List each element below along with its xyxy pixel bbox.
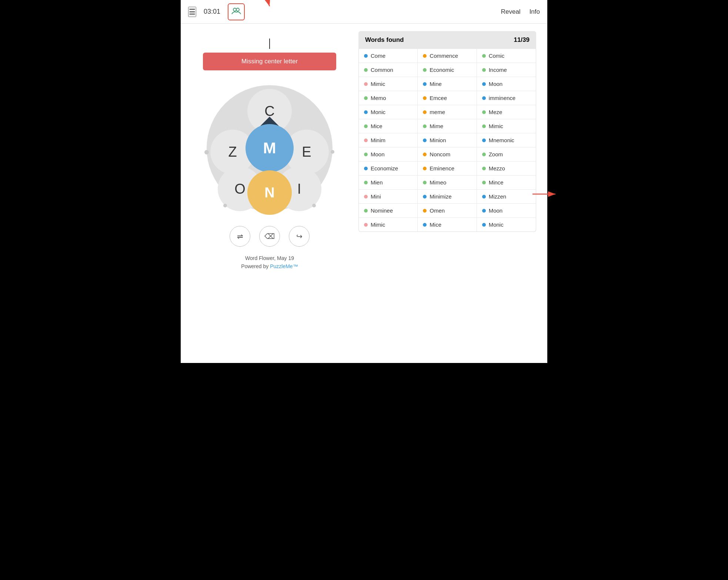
word-cell: Comic — [477, 49, 536, 63]
words-grid: ComeCommenceComicCommonEconomicIncomeMim… — [358, 49, 536, 232]
green-dot — [482, 110, 486, 114]
word-cell: Mine — [418, 77, 477, 91]
word-text: Moon — [371, 151, 385, 157]
word-cell: Mimeo — [418, 176, 477, 189]
reveal-button[interactable]: Reveal — [501, 8, 521, 16]
words-count: 11/39 — [514, 36, 530, 44]
delete-button[interactable]: ⌫ — [259, 226, 280, 247]
table-row: CommonEconomicIncome — [359, 63, 536, 77]
word-text: Mimeo — [430, 179, 446, 186]
avatar-icon — [231, 6, 241, 18]
words-header: Words found 11/39 — [358, 31, 536, 49]
word-text: Nominee — [371, 207, 393, 214]
word-text: Mien — [371, 179, 383, 186]
blue-dot — [423, 195, 427, 199]
deco-dot-4 — [223, 204, 227, 207]
missing-center-button[interactable]: Missing center letter — [203, 53, 336, 70]
word-cell: Mimic — [477, 119, 536, 133]
word-text: Mine — [430, 81, 442, 87]
word-text: Minimize — [430, 193, 451, 200]
svg-point-1 — [233, 8, 236, 11]
word-text: Mice — [371, 123, 383, 129]
word-cell: Moon — [359, 147, 418, 161]
deco-dot-3 — [312, 204, 316, 207]
green-dot — [482, 181, 486, 184]
word-text: Memo — [371, 95, 386, 101]
table-row: MoonNoncomZoom — [359, 147, 536, 161]
app-container: ☰ 03:01 Reveal Info Missing center lette… — [181, 0, 547, 363]
green-dot — [364, 68, 368, 72]
green-dot — [423, 124, 427, 128]
word-cell: Common — [359, 63, 418, 77]
word-text: Economize — [371, 165, 398, 171]
word-cell: Noncom — [418, 147, 477, 161]
table-row: MimicMineMoon — [359, 77, 536, 91]
svg-point-2 — [236, 8, 239, 11]
pink-dot — [364, 139, 368, 142]
table-row: MimicMiceMonic — [359, 218, 536, 231]
word-text: Common — [371, 67, 393, 73]
pink-dot — [364, 195, 368, 199]
table-row: MiceMimeMimic — [359, 119, 536, 133]
word-cell: Nominee — [359, 204, 418, 217]
blue-dot — [423, 82, 427, 86]
controls: ⇌ ⌫ ↪ — [230, 226, 310, 247]
pink-dot — [364, 82, 368, 86]
word-text: Moon — [489, 207, 503, 214]
word-text: meme — [430, 109, 445, 115]
footer-text: Word Flower, May 19 Powered by PuzzleMe™ — [241, 254, 298, 271]
word-text: Mimic — [371, 221, 385, 228]
word-text: Economic — [430, 67, 454, 73]
word-text: Mnemonic — [489, 137, 514, 143]
petal-N[interactable]: N — [247, 170, 292, 215]
word-cell: Monic — [477, 218, 536, 231]
menu-button[interactable]: ☰ — [188, 7, 196, 17]
word-cell: Mimic — [359, 77, 418, 91]
timer-display: 03:01 — [204, 8, 220, 16]
shuffle-button[interactable]: ⇌ — [230, 226, 250, 247]
table-row: MemoEmceeimminence — [359, 91, 536, 105]
blue-dot — [482, 96, 486, 100]
word-cell: Mice — [418, 218, 477, 231]
table-row: ComeCommenceComic — [359, 49, 536, 63]
word-text: Mezzo — [489, 165, 505, 171]
puzzleme-link[interactable]: PuzzleMe™ — [270, 263, 298, 269]
orange-dot — [423, 110, 427, 114]
word-text: Eminence — [430, 165, 454, 171]
footer-line2: Powered by PuzzleMe™ — [241, 262, 298, 270]
word-cell: Mimic — [359, 218, 418, 231]
header-left: ☰ 03:01 — [188, 3, 245, 20]
main-content: Missing center letter C Z E — [181, 24, 547, 357]
word-cell: Mezzo — [477, 161, 536, 175]
avatar-button[interactable] — [228, 3, 245, 20]
left-panel: Missing center letter C Z E — [192, 31, 347, 350]
footer-line1: Word Flower, May 19 — [241, 254, 298, 262]
words-found-title: Words found — [365, 36, 404, 44]
green-dot — [364, 209, 368, 213]
blue-dot — [423, 139, 427, 142]
word-text: Mimic — [489, 123, 503, 129]
word-text: Mice — [430, 221, 441, 228]
table-row: EconomizeEminenceMezzo — [359, 161, 536, 176]
word-cell: Economic — [418, 63, 477, 77]
word-text: Noncom — [430, 151, 450, 157]
word-cell: Income — [477, 63, 536, 77]
word-cell: Omen — [418, 204, 477, 217]
orange-dot — [423, 54, 427, 58]
green-dot — [482, 153, 486, 156]
word-cell: Mizzen — [477, 190, 536, 203]
info-button[interactable]: Info — [530, 8, 540, 16]
word-cell: Mime — [418, 119, 477, 133]
word-text: Monic — [371, 109, 385, 115]
blue-dot — [423, 223, 427, 227]
center-circle-M[interactable]: M — [246, 124, 294, 172]
delete-icon: ⌫ — [264, 232, 275, 241]
word-cell: imminence — [477, 91, 536, 105]
enter-button[interactable]: ↪ — [289, 226, 310, 247]
word-text: Mince — [489, 179, 504, 186]
word-cell: Memo — [359, 91, 418, 105]
word-text: Income — [489, 67, 507, 73]
word-text: Minion — [430, 137, 446, 143]
green-dot — [364, 96, 368, 100]
word-cell: Moon — [477, 204, 536, 217]
